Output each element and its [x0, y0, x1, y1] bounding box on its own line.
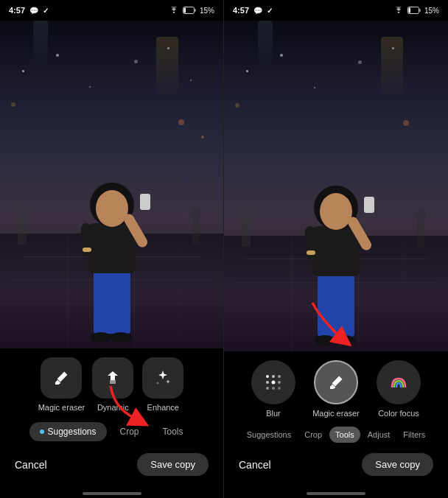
svg-point-6	[96, 190, 128, 227]
svg-rect-33	[417, 222, 424, 248]
svg-rect-14	[18, 215, 27, 245]
home-bar-right	[224, 488, 448, 498]
svg-rect-3	[94, 267, 130, 334]
blur-icon	[264, 373, 283, 392]
home-bar-left	[0, 488, 223, 498]
status-right-right: 15%	[393, 7, 439, 15]
svg-rect-31	[242, 217, 251, 247]
svg-point-37	[266, 381, 269, 384]
tab-tools-label: Tools	[163, 427, 183, 437]
blur-icon-circle	[251, 360, 295, 404]
svg-rect-1	[183, 8, 186, 13]
editor-bottom-right: Blur Magic eraser	[224, 351, 448, 498]
svg-rect-19	[419, 9, 421, 12]
tab-crop-label: Crop	[120, 427, 139, 437]
tool-magic-eraser-right[interactable]: Magic eraser	[312, 360, 360, 418]
color-focus-label: Color focus	[378, 409, 419, 418]
svg-point-36	[278, 375, 281, 378]
tab-suggestions-right[interactable]: Suggestions	[241, 427, 298, 443]
location-icon: ✓	[43, 7, 49, 15]
photo-scene-left	[0, 21, 223, 348]
color-focus-icon	[389, 373, 408, 392]
eraser-icon	[52, 369, 70, 387]
tab-tools-right[interactable]: Tools	[329, 427, 360, 443]
tool-enhance-left[interactable]: Enhance	[141, 357, 185, 412]
svg-rect-12	[83, 248, 91, 252]
svg-point-15	[191, 208, 201, 220]
battery-pct-right: 15%	[424, 7, 439, 15]
tab-filters-label-right: Filters	[403, 430, 425, 439]
bg-people-left	[11, 197, 33, 256]
status-right-left: 15%	[169, 7, 214, 15]
svg-point-23	[320, 193, 352, 230]
svg-point-34	[266, 375, 269, 378]
enhance-label: Enhance	[147, 403, 179, 412]
svg-point-42	[278, 387, 281, 390]
cancel-button-left[interactable]: Cancel	[15, 459, 47, 471]
bottom-actions-left: Cancel Save copy	[0, 446, 223, 488]
tab-suggestions-label: Suggestions	[47, 427, 96, 437]
tool-color-focus-right[interactable]: Color focus	[375, 360, 423, 418]
magic-eraser-label: Magic eraser	[38, 403, 85, 412]
save-copy-button-right[interactable]: Save copy	[362, 453, 433, 476]
tab-filters-right[interactable]: Filters	[397, 427, 431, 443]
editor-bottom-left: Magic eraser Dynamic	[0, 348, 223, 498]
tool-magic-eraser-left[interactable]: Magic eraser	[38, 357, 85, 412]
time-right: 4:57	[233, 6, 249, 15]
person-svg-right	[284, 152, 388, 351]
cancel-button-right[interactable]: Cancel	[239, 459, 271, 471]
home-indicator-right	[307, 492, 365, 495]
wifi-icon-right	[393, 7, 404, 14]
tab-tools-label-right: Tools	[335, 430, 354, 439]
svg-rect-8	[140, 194, 150, 210]
tab-adjust-label-right: Adjust	[368, 430, 391, 439]
person-svg-left	[60, 150, 164, 348]
eraser-icon-right	[327, 374, 345, 391]
color-focus-icon-circle	[377, 360, 421, 404]
dynamic-label: Dynamic	[97, 403, 129, 412]
svg-rect-16	[192, 220, 200, 245]
tab-suggestions-left[interactable]: Suggestions	[29, 422, 106, 441]
svg-point-28	[335, 335, 355, 346]
status-bar-left: 4:57 💬 ✓ 15%	[0, 0, 223, 21]
svg-rect-29	[307, 250, 315, 255]
time-left: 4:57	[9, 6, 25, 15]
tab-crop-right[interactable]: Crop	[298, 427, 328, 443]
tool-blur-right[interactable]: Blur	[250, 360, 298, 418]
blur-label: Blur	[266, 409, 281, 418]
tab-crop-left[interactable]: Crop	[110, 422, 150, 441]
svg-point-27	[315, 335, 335, 346]
bg-people2-right	[412, 207, 430, 259]
sparkle-icon	[154, 369, 172, 387]
tool-dynamic-left[interactable]: Dynamic	[91, 357, 135, 412]
svg-point-39	[278, 381, 281, 384]
bg-people-right	[235, 200, 257, 259]
photo-scene-right	[224, 21, 448, 351]
home-indicator-left	[83, 492, 141, 495]
tab-adjust-right[interactable]: Adjust	[362, 427, 396, 443]
tools-row-left: Magic eraser Dynamic	[0, 348, 223, 418]
magic-eraser-icon-circle	[314, 360, 358, 404]
svg-rect-2	[195, 9, 196, 12]
left-panel: 4:57 💬 ✓ 15%	[0, 0, 224, 498]
dynamic-icon-box	[92, 357, 133, 399]
battery-pct-left: 15%	[200, 7, 214, 15]
status-bar-right: 4:57 💬 ✓ 15%	[224, 0, 448, 21]
battery-icon	[183, 7, 196, 14]
status-left-right: 4:57 💬 ✓	[233, 6, 273, 15]
tools-row-right: Blur Magic eraser	[224, 351, 448, 424]
wifi-icon	[169, 7, 179, 14]
svg-point-40	[266, 387, 269, 390]
magic-eraser-label-right: Magic eraser	[312, 409, 360, 418]
svg-rect-25	[364, 197, 374, 213]
svg-rect-18	[408, 8, 410, 13]
svg-rect-4	[88, 223, 136, 273]
photo-area-left	[0, 21, 223, 348]
enhance-icon-box	[142, 357, 183, 399]
tab-suggestions-label-right: Suggestions	[247, 430, 292, 439]
svg-point-41	[272, 387, 275, 390]
svg-point-30	[240, 204, 252, 217]
save-copy-button-left[interactable]: Save copy	[137, 453, 209, 476]
tab-tools-left[interactable]: Tools	[153, 422, 194, 441]
status-left: 4:57 💬 ✓	[9, 6, 49, 15]
